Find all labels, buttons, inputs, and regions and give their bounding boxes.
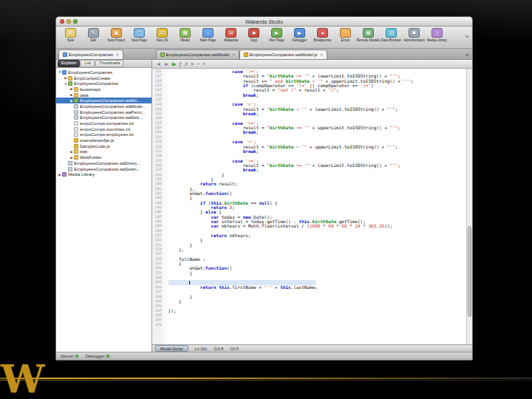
toolbar-button-main-page[interactable]: ⌂Main Page bbox=[197, 28, 219, 42]
tree-item-label: data bbox=[80, 93, 89, 98]
file-tree: ▼EmployeesCompanies▶EmpCompsCreate▼Emplo… bbox=[56, 68, 151, 352]
unfold-icon[interactable]: + bbox=[202, 61, 205, 66]
toolbar-button-label: Wakanda bbox=[224, 38, 238, 42]
toolbar-button-label: Model bbox=[180, 38, 189, 42]
tree-item-label: EmployeesCompanies bbox=[68, 70, 112, 75]
tab-overflow-list-icon[interactable]: ≡ bbox=[466, 52, 470, 59]
debugger-status[interactable]: Debugger bbox=[86, 354, 109, 358]
tree-item-label: EmployeesCompanies bbox=[74, 81, 118, 86]
maximize-button[interactable] bbox=[73, 19, 78, 24]
tab-file-icon bbox=[244, 52, 248, 57]
tree-item-employeescompanies-wamo[interactable]: ▶EmployeesCompanies.waMo... bbox=[56, 98, 151, 103]
tree-item-employeescompanies[interactable]: ▼EmployeesCompanies bbox=[56, 69, 151, 75]
slide-background: Wakanda Studio ▤New✎Edit▣New Project▢New… bbox=[0, 0, 532, 399]
tree-item-webfolder[interactable]: ▶WebFolder bbox=[56, 154, 151, 160]
main-toolbar: ▤New✎Edit▣New Project▢New PageJSNew JS▦M… bbox=[56, 27, 472, 49]
text-file-icon bbox=[74, 132, 78, 137]
view-button-thumbnails[interactable]: Thumbnails bbox=[95, 60, 123, 68]
tree-item-samplecode-js[interactable]: SampleCode.js bbox=[56, 143, 151, 149]
toolbar-button-stop[interactable]: ■Stop bbox=[242, 28, 265, 42]
toolbar-button-new-page[interactable]: ▢New Page bbox=[128, 28, 151, 42]
new-icon: ▤ bbox=[65, 28, 76, 38]
fold-icon[interactable]: − bbox=[197, 61, 200, 66]
toolbar-button-run-page[interactable]: ▶Run Page bbox=[265, 28, 288, 42]
toolbar-button-remote-models[interactable]: ▦Remote Models bbox=[357, 28, 380, 42]
function-icon[interactable]: ƒ bbox=[179, 61, 182, 66]
breakpoints-icon: ● bbox=[317, 28, 328, 38]
toolbar-button-model[interactable]: ▦Model bbox=[174, 28, 197, 42]
file-icon bbox=[68, 161, 72, 166]
toolbar-button-media-library[interactable]: ♪Media Library bbox=[426, 28, 449, 42]
back-icon[interactable]: ◄ bbox=[156, 61, 161, 66]
toolbar-button-new[interactable]: ▤New bbox=[59, 28, 82, 42]
toolbar-button-wakanda[interactable]: WWakanda bbox=[219, 28, 242, 42]
code-text: }, bbox=[168, 248, 185, 252]
view-button-list[interactable]: List bbox=[81, 60, 95, 68]
tree-item-empocomps-companies-txt[interactable]: empoComps-companies.txt bbox=[56, 120, 151, 126]
toolbar-button-data-browser[interactable]: ▥Data Browser bbox=[380, 28, 403, 42]
toolbar-button-label: Errors bbox=[341, 38, 349, 42]
server-status[interactable]: Server bbox=[61, 354, 78, 358]
close-button[interactable] bbox=[60, 19, 64, 24]
tab-bar: EmployeesCompanies×EmployeesCompanies.wa… bbox=[56, 49, 472, 60]
tree-item-data[interactable]: ▶data bbox=[56, 92, 151, 98]
tree-item-examplesessjs-js[interactable]: examplesesSjs.js bbox=[56, 137, 151, 143]
tree-item-media-library[interactable]: ▶Media Library bbox=[56, 171, 151, 177]
tree-item-ssjs[interactable]: ▶ssjs bbox=[56, 149, 151, 155]
code-area[interactable]: 116 case '!=':117 result = "birthDate >=… bbox=[152, 69, 472, 344]
scrollbar-thumb[interactable] bbox=[468, 226, 471, 317]
code-text: var nbYears = Math.floor(interval / (100… bbox=[168, 224, 393, 228]
code-text: break; bbox=[168, 130, 259, 134]
server-status-dot bbox=[75, 355, 78, 358]
toolbar-button-new-project[interactable]: ▣New Project bbox=[105, 28, 128, 42]
tree-item-employeescompanies[interactable]: ▼EmployeesCompanies bbox=[56, 81, 151, 86]
toolbar-button-new-js[interactable]: JSNew JS bbox=[151, 28, 174, 42]
code-text: break; bbox=[168, 112, 259, 116]
toolbar-button-label: New Project bbox=[107, 38, 125, 42]
column-indicator: Col 8 bbox=[214, 347, 223, 351]
divider-line-shadow bbox=[0, 380, 532, 381]
tree-item-label: EmployeesCompanies.waDirect... bbox=[74, 161, 140, 166]
model-file-icon bbox=[74, 98, 78, 103]
toolbar-button-errors[interactable]: !Errors bbox=[334, 28, 357, 42]
model-icon: ▦ bbox=[180, 28, 191, 38]
tab-employeescompanies-wamodel-js[interactable]: EmployeesCompanies.waModel.js× bbox=[239, 50, 327, 59]
tab-employeescompanies[interactable]: EmployeesCompanies× bbox=[58, 50, 123, 59]
tab-employeescompanies-wamodel[interactable]: EmployeesCompanies.waModel× bbox=[156, 50, 239, 59]
tab-close-icon[interactable]: × bbox=[321, 52, 324, 57]
tab-close-icon[interactable]: × bbox=[116, 52, 119, 57]
toolbar-button-label: Run Page bbox=[269, 38, 284, 42]
run-file-icon[interactable]: ▶ bbox=[172, 61, 176, 66]
tree-item-empocomps-countries-txt[interactable]: empoComps-countries.txt bbox=[56, 126, 151, 132]
toolbar-overflow-chevron[interactable]: » bbox=[466, 28, 470, 39]
model-script-tab[interactable]: Model Script bbox=[155, 345, 188, 352]
run-page-icon: ▶ bbox=[271, 28, 282, 38]
titlebar[interactable]: Wakanda Studio bbox=[56, 17, 472, 27]
minimize-button[interactable] bbox=[66, 19, 71, 24]
tree-item-employeescompanies-waperm[interactable]: EmployeesCompanies.waPerm... bbox=[56, 109, 151, 115]
tree-item-empocomps-employees-txt[interactable]: empoComps-employees.txt bbox=[56, 132, 151, 138]
tree-item-label: EmployeesCompanies.waSettin... bbox=[74, 167, 140, 171]
tree-item-empcompscreate[interactable]: ▶EmpCompsCreate bbox=[56, 75, 151, 81]
editor-scrollbar[interactable] bbox=[466, 69, 472, 344]
folder-icon bbox=[74, 155, 78, 160]
tree-item-bootstraps[interactable]: ▶bootstraps bbox=[56, 86, 151, 92]
toolbar-button-breakpoints[interactable]: ●Breakpoints bbox=[311, 28, 334, 42]
toolbar-button-debugger[interactable]: ▶Debugger bbox=[288, 28, 311, 42]
toolbar-button-edit[interactable]: ✎Edit bbox=[82, 28, 105, 42]
tree-item-employeescompanies-wamode[interactable]: EmployeesCompanies.waMode... bbox=[56, 103, 151, 109]
view-button-explorer[interactable]: Explorer bbox=[58, 60, 80, 68]
toolbar-button-label: Data Browser bbox=[381, 38, 401, 42]
explorer-sidebar: ExplorerListThumbnails ▼EmployeesCompani… bbox=[56, 60, 152, 352]
tree-item-employeescompanies-wadirect[interactable]: EmployeesCompanies.waDirect... bbox=[56, 160, 151, 166]
forward-icon[interactable]: ► bbox=[164, 61, 169, 66]
comment-icon[interactable]: // bbox=[185, 61, 188, 66]
format-icon[interactable]: ≡ bbox=[191, 61, 194, 66]
tree-item-employeescompanies-wasett[interactable]: EmployeesCompanies.waSett... bbox=[56, 115, 151, 121]
tree-item-employeescompanies-wasettin[interactable]: EmployeesCompanies.waSettin... bbox=[56, 166, 151, 172]
code-editor: ◄►▶ƒ//≡−+ 116 case '!=':117 result = "bi… bbox=[152, 60, 472, 352]
toolbar-button-administration[interactable]: ✱Administration bbox=[403, 28, 426, 42]
line-number[interactable]: 170 bbox=[152, 323, 163, 327]
tab-close-icon[interactable]: × bbox=[232, 52, 235, 57]
code-line-170[interactable]: 170 bbox=[152, 323, 472, 327]
